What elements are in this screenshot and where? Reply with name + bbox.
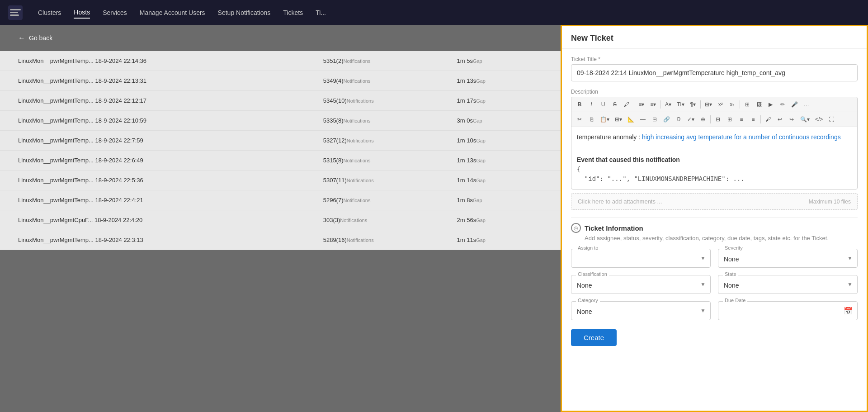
code-button[interactable]: </>	[813, 114, 825, 125]
fullscreen-button[interactable]: ⛶	[826, 114, 837, 125]
ticket-information-section: ◎ Ticket Information Add assignee, statu…	[571, 217, 858, 353]
nav-tickets[interactable]: Tickets	[283, 7, 303, 18]
paragraph-button[interactable]: ¶▾	[688, 99, 698, 110]
bold-button[interactable]: B	[574, 99, 585, 110]
nav-clusters[interactable]: Clusters	[38, 7, 61, 18]
justify-button[interactable]: ≡	[748, 114, 759, 125]
nav-hosts[interactable]: Hosts	[74, 7, 90, 19]
editor-content-area[interactable]: temperature anomaly : high increasing av…	[571, 127, 857, 189]
find-button[interactable]: 🔍▾	[798, 114, 812, 125]
ordered-list-button[interactable]: ≡▾	[648, 99, 659, 110]
category-col: Category None ▼	[571, 301, 711, 320]
main-content: ← Go back LinuxMon__pwrMgmtTemp... 18-9-…	[0, 25, 868, 412]
bullet-list-button[interactable]: ≡▾	[636, 99, 647, 110]
align-left-button[interactable]: ⊟	[712, 114, 723, 125]
row-name: LinuxMon__pwrMgmtTemp... 18-9-2024 22:3:…	[0, 230, 316, 250]
table-row[interactable]: LinuxMon__pwrMgmtCpuF... 18-9-2024 22:4:…	[0, 210, 561, 230]
table-button[interactable]: ⊞▾	[703, 99, 714, 110]
svg-rect-1	[10, 9, 21, 10]
align-right-button[interactable]: ≡	[736, 114, 747, 125]
table-row[interactable]: LinuxMon__pwrMgmtTemp... 18-9-2024 22:10…	[0, 111, 561, 131]
assign-to-float-label: Assign to	[576, 245, 600, 251]
indent-button[interactable]: 📐	[625, 114, 637, 125]
font-color-button[interactable]: A▾	[663, 99, 674, 110]
table-row[interactable]: LinuxMon__pwrMgmtTemp... 18-9-2024 22:4:…	[0, 190, 561, 210]
table-row[interactable]: LinuxMon__pwrMgmtTemp... 18-9-2024 22:5:…	[0, 170, 561, 190]
panel-body: Ticket Title * Description B I U S 🖍	[562, 49, 867, 360]
due-date-col: Due Date 📅	[718, 301, 858, 320]
more-button-1[interactable]: …	[801, 99, 812, 110]
nav-links: Clusters Hosts Services Manage Account U…	[38, 7, 326, 19]
severity-float-label: Severity	[723, 245, 745, 251]
row-duration: 1m 10sGap	[450, 131, 561, 151]
new-ticket-panel: New Ticket Ticket Title * Description B	[561, 25, 868, 412]
table-row[interactable]: LinuxMon__pwrMgmtTemp... 18-9-2024 22:3:…	[0, 230, 561, 250]
nav-ti[interactable]: Ti...	[316, 7, 326, 18]
ticket-title-group: Ticket Title *	[571, 56, 858, 81]
attachment-area[interactable]: Click here to add attachments ... Maximu…	[571, 193, 858, 210]
row-name: LinuxMon__pwrMgmtTemp... 18-9-2024 22:7:…	[0, 131, 316, 151]
table-row[interactable]: LinuxMon__pwrMgmtTemp... 18-9-2024 22:13…	[0, 71, 561, 91]
check-button[interactable]: ✓▾	[685, 114, 697, 125]
table-row[interactable]: LinuxMon__pwrMgmtTemp... 18-9-2024 22:6:…	[0, 151, 561, 170]
add-button[interactable]: ⊕	[698, 114, 708, 125]
audio-button[interactable]: 🎤	[789, 99, 800, 110]
highlight-button[interactable]: 🖍	[621, 99, 632, 110]
toolbar-sep-1	[634, 100, 634, 109]
assign-to-select[interactable]	[571, 249, 710, 267]
text-style-button[interactable]: TI▾	[675, 99, 687, 110]
toolbar-sep-6	[760, 115, 761, 123]
row-id: 5327(12)Notifications	[316, 131, 450, 151]
state-select[interactable]: None Open Closed	[718, 275, 857, 294]
special-char-button[interactable]: Ω	[673, 114, 684, 125]
underline-button[interactable]: U	[598, 99, 609, 110]
due-date-float-label: Due Date	[723, 298, 747, 303]
row-name: LinuxMon__pwrMgmtCpuF... 18-9-2024 22:4:…	[0, 210, 316, 230]
go-back-button[interactable]: ← Go back	[0, 34, 561, 51]
redo-button[interactable]: ↪	[786, 114, 797, 125]
draw-button[interactable]: ✏	[777, 99, 788, 110]
nav-manage-account-users[interactable]: Manage Account Users	[140, 7, 205, 18]
image-button[interactable]: 🖼	[754, 99, 764, 110]
classification-wrapper: Classification None ▼	[571, 275, 711, 294]
notifications-table: LinuxMon__pwrMgmtTemp... 18-9-2024 22:14…	[0, 51, 561, 250]
video-button[interactable]: ▶	[765, 99, 776, 110]
hr-button[interactable]: —	[637, 114, 648, 125]
severity-select[interactable]: None Low Medium High Critical	[718, 249, 857, 267]
category-select[interactable]: None	[571, 302, 710, 320]
toolbar-sep-2	[660, 100, 661, 109]
copy-button[interactable]: ⎘	[586, 114, 597, 125]
table-row[interactable]: LinuxMon__pwrMgmtTemp... 18-9-2024 22:14…	[0, 51, 561, 71]
italic-button[interactable]: I	[586, 99, 597, 110]
table-row[interactable]: LinuxMon__pwrMgmtTemp... 18-9-2024 22:12…	[0, 91, 561, 111]
superscript-button[interactable]: x²	[715, 99, 726, 110]
ticket-title-input[interactable]	[571, 64, 858, 81]
state-wrapper: State None Open Closed ▼	[718, 275, 858, 294]
cut-button[interactable]: ✂	[574, 114, 585, 125]
row-name: LinuxMon__pwrMgmtTemp... 18-9-2024 22:13…	[0, 71, 316, 91]
undo-button[interactable]: ↩	[774, 114, 785, 125]
create-button[interactable]: Create	[571, 329, 617, 346]
due-date-input[interactable]	[718, 302, 857, 320]
strikethrough-button[interactable]: S	[609, 99, 620, 110]
ticket-info-title: Ticket Information	[585, 224, 643, 232]
severity-wrapper: Severity None Low Medium High Critical ▼	[718, 249, 858, 268]
subscript-button[interactable]: x₂	[727, 99, 738, 110]
classification-select[interactable]: None	[571, 275, 710, 294]
link-button[interactable]: 🔗	[661, 114, 672, 125]
row-duration: 1m 17sGap	[450, 91, 561, 111]
category-wrapper: Category None ▼	[571, 301, 711, 320]
text-bg-color-button[interactable]: 🖌	[763, 114, 774, 125]
insert-table-button[interactable]: ⊞	[742, 99, 753, 110]
toolbar-row-2: ✂ ⎘ 📋▾ ⊞▾ 📐 — ⊟ 🔗 Ω ✓▾ ⊕ ⊟	[571, 112, 857, 127]
form-row-1: Assign to ▼ Severity None Low	[571, 249, 858, 268]
special-insert-button[interactable]: ⊞▾	[613, 114, 624, 125]
minus-button[interactable]: ⊟	[649, 114, 660, 125]
nav-services[interactable]: Services	[103, 7, 127, 18]
paste-button[interactable]: 📋▾	[598, 114, 612, 125]
nav-setup-notifications[interactable]: Setup Notifications	[218, 7, 271, 18]
row-name: LinuxMon__pwrMgmtTemp... 18-9-2024 22:10…	[0, 111, 316, 131]
align-center-button[interactable]: ⊞	[724, 114, 735, 125]
table-row[interactable]: LinuxMon__pwrMgmtTemp... 18-9-2024 22:7:…	[0, 131, 561, 151]
svg-rect-2	[10, 12, 18, 13]
